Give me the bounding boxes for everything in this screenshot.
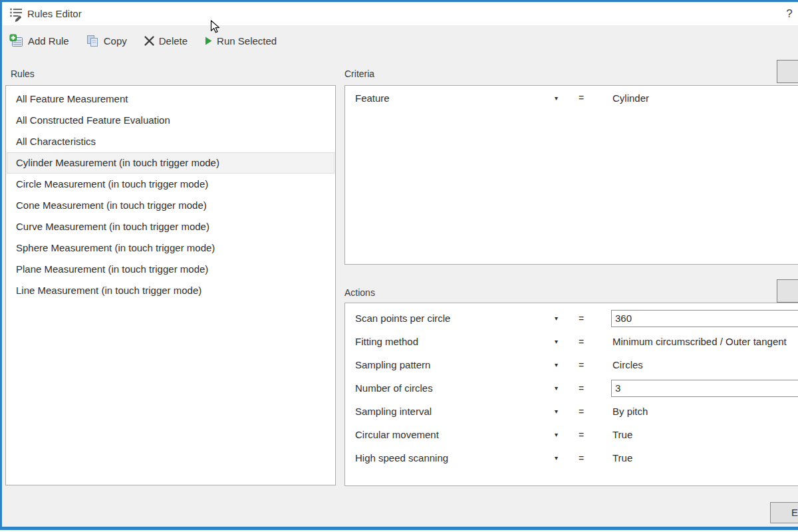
rule-list-item[interactable]: Circle Measurement (in touch trigger mod… [7, 174, 334, 195]
add-rule-icon [9, 34, 24, 48]
title-bar: Rules Editor ? [2, 2, 798, 25]
delete-button[interactable]: Delete [142, 33, 194, 49]
property-row: Number of circles▾= [345, 376, 798, 400]
criteria-edge-button[interactable] [777, 60, 798, 83]
equals-sign: = [579, 92, 601, 103]
value-input[interactable] [611, 380, 798, 397]
equals-sign: = [579, 383, 601, 394]
value-text[interactable]: By pitch [601, 406, 798, 417]
copy-icon [86, 35, 100, 47]
chevron-down-icon[interactable]: ▾ [555, 408, 579, 415]
rule-list-item[interactable]: Line Measurement (in touch trigger mode) [7, 280, 334, 301]
add-rule-button[interactable]: Add Rule [8, 31, 76, 51]
toolbar: Add Rule Copy Delete [2, 25, 798, 56]
property-name: Scan points per circle [355, 313, 555, 324]
value-text[interactable]: Circles [601, 359, 798, 370]
chevron-down-icon[interactable]: ▾ [555, 94, 579, 102]
rule-list-item[interactable]: All Characteristics [7, 131, 334, 152]
actions-panel: Scan points per circle▾=Fitting method▾=… [344, 303, 798, 486]
property-row: Feature▾=Cylinder [345, 87, 798, 108]
property-name: Sampling pattern [355, 359, 555, 370]
chevron-down-icon[interactable]: ▾ [555, 338, 579, 345]
delete-x-icon [144, 35, 155, 47]
value-input[interactable] [611, 310, 798, 327]
rules-editor-icon [8, 5, 25, 25]
equals-sign: = [579, 313, 601, 324]
rules-list: All Feature MeasurementAll Constructed F… [5, 85, 336, 485]
value-text[interactable]: Cylinder [601, 92, 798, 104]
property-row: High speed scanning▾=True [345, 446, 798, 469]
copy-label: Copy [104, 35, 127, 47]
value-text[interactable]: Minimum circumscribed / Outer tangent [601, 336, 798, 347]
property-row: Circular movement▾=True [345, 423, 798, 446]
chevron-down-icon[interactable]: ▾ [555, 454, 579, 462]
rules-editor-window: Rules Editor ? Add Rule [0, 0, 798, 532]
equals-sign: = [579, 360, 601, 370]
rule-list-item[interactable]: Cone Measurement (in touch trigger mode) [7, 195, 334, 216]
property-name: Circular movement [355, 429, 555, 440]
bottom-right-button[interactable]: E [770, 502, 798, 523]
rule-list-item[interactable]: All Constructed Feature Evaluation [7, 110, 334, 131]
actions-edge-button[interactable] [777, 279, 798, 303]
property-name: High speed scanning [355, 452, 555, 464]
chevron-down-icon[interactable]: ▾ [555, 384, 579, 392]
run-selected-label: Run Selected [217, 35, 277, 47]
rule-list-item[interactable]: Plane Measurement (in touch trigger mode… [7, 259, 334, 280]
window-border-left [0, 0, 2, 532]
equals-sign: = [579, 453, 601, 464]
property-name: Fitting method [355, 336, 555, 347]
help-icon[interactable]: ? [782, 7, 797, 21]
property-name: Sampling interval [355, 406, 555, 417]
chevron-down-icon[interactable]: ▾ [555, 315, 579, 322]
copy-button[interactable]: Copy [84, 32, 134, 50]
property-name: Feature [355, 92, 555, 104]
rule-list-item[interactable]: Cylinder Measurement (in touch trigger m… [7, 152, 334, 174]
criteria-panel: Feature▾=Cylinder [344, 85, 798, 265]
rule-list-item[interactable]: All Feature Measurement [7, 88, 334, 110]
delete-label: Delete [159, 35, 188, 47]
property-row: Scan points per circle▾= [345, 307, 798, 330]
chevron-down-icon[interactable]: ▾ [555, 431, 579, 438]
criteria-section-label: Criteria [344, 68, 374, 79]
chevron-down-icon[interactable]: ▾ [555, 361, 579, 368]
add-rule-label: Add Rule [28, 35, 69, 47]
mouse-cursor [210, 20, 223, 37]
equals-sign: = [579, 336, 601, 347]
rule-list-item[interactable]: Sphere Measurement (in touch trigger mod… [7, 237, 334, 259]
window-title: Rules Editor [27, 8, 82, 19]
equals-sign: = [579, 430, 601, 440]
property-name: Number of circles [355, 382, 555, 394]
rules-section-label: Rules [11, 68, 35, 79]
value-text[interactable]: True [601, 429, 798, 440]
rule-list-item[interactable]: Curve Measurement (in touch trigger mode… [7, 216, 334, 237]
property-row: Sampling pattern▾=Circles [345, 353, 798, 376]
value-text[interactable]: True [601, 452, 798, 464]
property-row: Fitting method▾=Minimum circumscribed / … [345, 330, 798, 353]
equals-sign: = [579, 406, 601, 417]
actions-section-label: Actions [344, 287, 375, 298]
property-row: Sampling interval▾=By pitch [345, 400, 798, 423]
